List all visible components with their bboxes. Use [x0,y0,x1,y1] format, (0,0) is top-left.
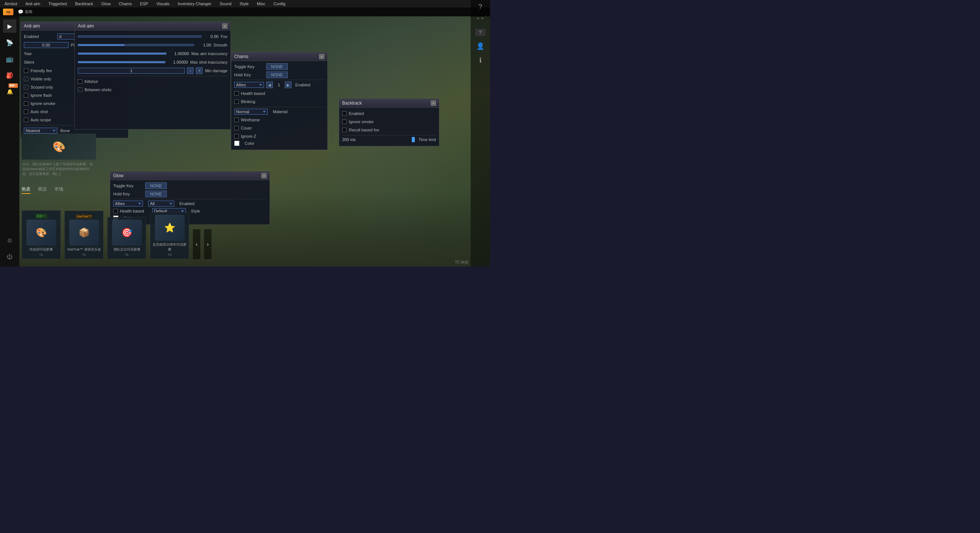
chams-health-based-label: Health based [241,91,265,96]
auto-scope-label: Auto scope [30,117,51,122]
backtrack-ignore-smoke-checkbox[interactable] [342,119,347,124]
backtrack-close-button[interactable]: × [431,100,436,106]
menu-esp[interactable]: ESP [138,1,150,7]
chams-allies-dropdown[interactable]: Allies [234,82,264,88]
backtrack-recoil-fov-checkbox[interactable] [342,128,347,132]
nav-radio-icon[interactable]: 📡 [3,36,16,49]
backtrack-enabled-checkbox[interactable] [342,111,347,116]
right-user-icon[interactable]: 👤 [476,42,484,50]
menu-triggerbot[interactable]: Triggerbot [47,1,68,7]
auto-shot-checkbox[interactable] [24,109,28,114]
pitch-input[interactable] [24,42,68,48]
chams-toggle-key-button[interactable]: NONE [266,63,288,70]
items-prev-button[interactable]: ‹ [193,229,200,259]
chams-color-swatch[interactable] [234,141,239,146]
item-emoji-0: 🎨 [36,227,47,238]
menu-sound[interactable]: Sound [218,1,233,7]
backtrack-ignore-smoke-label: Ignore smoke [349,119,374,124]
chams-close-button[interactable]: × [319,54,324,59]
menu-visuals[interactable]: Visuals [155,1,171,7]
glow-allies-dropdown[interactable]: Allies [113,201,143,206]
items-next-button[interactable]: › [204,229,212,259]
backtrack-ignore-smoke-row: Ignore smoke [342,118,436,125]
menu-chams[interactable]: Chams [117,1,133,7]
chams-enabled-label: Enabled [295,82,310,87]
right-help-icon[interactable]: ? [479,3,482,11]
item-image-1: 📦 [69,220,99,246]
nav-new-icon[interactable]: 🔔 最新！ [3,85,16,98]
backtrack-enabled-label: Enabled [349,111,364,116]
smooth-slider[interactable] [78,44,194,46]
right-info-icon[interactable]: ℹ [479,56,482,64]
menu-antiaim[interactable]: Anti aim [24,1,42,7]
glow-toggle-key-button[interactable]: NONE [145,182,167,189]
chams-cover-checkbox[interactable] [234,126,239,130]
csgo-header-bar: CS 💬 新闻 [0,8,490,16]
between-shots-checkbox[interactable] [78,87,82,92]
chams-header[interactable]: Chams × [231,52,327,61]
chams-health-based-checkbox[interactable] [234,91,239,96]
menu-inventory-changer[interactable]: Inventory Changer [176,1,213,7]
menu-glow[interactable]: Glow [100,1,112,7]
right-question-icon[interactable]: ? [475,29,485,36]
scoped-only-checkbox[interactable] [24,85,28,89]
max-shot-inaccuracy-value: 1.00000 [167,60,188,64]
chams-ignore-z-checkbox[interactable] [234,134,239,138]
antiaim-ext-close-button[interactable]: × [222,24,228,29]
nav-power-icon[interactable]: ⏻ [3,250,16,263]
chams-hold-key-button[interactable]: NONE [266,71,288,78]
chams-normal-dropdown[interactable]: Normal [234,109,268,115]
enabled-value: d [59,34,61,39]
friendly-fire-label: Friendly fire [30,68,52,73]
auto-scope-checkbox[interactable] [24,117,28,122]
menu-style[interactable]: Style [238,1,250,7]
backtrack-time-limit-row: 200 ms Time limit [342,137,436,142]
max-shot-inaccuracy-slider[interactable] [78,61,165,63]
ignore-smoke-checkbox[interactable] [24,101,28,106]
menu-backtrack[interactable]: Backtrack [74,1,95,7]
tab-popular[interactable]: 热卖 [22,186,30,194]
tab-shop[interactable]: 商店 [38,186,47,194]
glow-allies-arrow-icon [138,203,141,205]
max-shot-inaccuracy-label: Max shot inaccuracy [190,60,228,64]
backtrack-header[interactable]: Backtrack × [339,99,439,108]
antiaim-ext-header[interactable]: Anti aim × [75,22,231,30]
max-aim-inaccuracy-slider[interactable] [78,52,166,55]
nav-tv-icon[interactable]: 📺 [3,52,16,65]
chams-wireframe-label: Wireframe [241,117,260,122]
glow-header[interactable]: Glow × [110,171,270,180]
store-tabs: 热卖 商店 市场 [22,186,63,194]
fov-slider[interactable] [78,35,201,38]
visible-only-checkbox[interactable] [24,77,28,81]
right-chevron-icon[interactable]: ⌃⌃ [476,17,485,23]
killshot-checkbox[interactable] [78,79,82,84]
menu-misc[interactable]: Misc [255,1,267,7]
antiaim-title: Anti aim [24,24,40,29]
chams-next-button[interactable]: ▶ [285,81,291,88]
ignore-flash-checkbox[interactable] [24,93,28,98]
backtrack-time-limit-label: Time limit [418,137,436,142]
friendly-fire-checkbox[interactable] [24,68,28,73]
item-emoji-2: 🎯 [121,227,132,238]
min-damage-input[interactable] [78,68,185,74]
glow-close-button[interactable]: × [261,173,267,178]
min-damage-minus-button[interactable]: - [187,67,194,74]
glow-hold-key-button[interactable]: NONE [145,190,167,197]
menu-aimbot[interactable]: Aimbot [3,1,19,7]
nearest-dropdown[interactable]: Nearest [24,128,57,133]
glow-all-dropdown[interactable]: All [148,201,174,206]
menu-config[interactable]: Config [272,1,287,7]
chams-material-label: Material [273,109,288,114]
item-badge-0: 最新！ [35,214,47,219]
nav-play-icon[interactable]: ▶ [3,19,16,33]
nav-settings-icon[interactable]: ⚙ [3,234,16,247]
min-damage-plus-button[interactable]: + [196,67,202,74]
chams-wireframe-checkbox[interactable] [234,117,239,122]
chams-content: Toggle Key NONE Hold Key NONE Allies ◀ 1… [231,61,327,150]
chams-blinking-checkbox[interactable] [234,99,239,104]
nav-inventory-icon[interactable]: 🎒 [3,68,16,82]
tab-market[interactable]: 市场 [54,186,63,194]
news-label: 新闻 [25,9,32,14]
chams-allies-row: Allies ◀ 1 ▶ Enabled [234,81,324,88]
chams-prev-button[interactable]: ◀ [266,81,273,88]
